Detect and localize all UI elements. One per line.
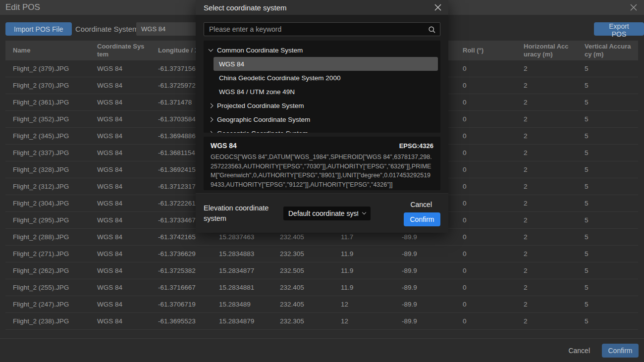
detail-epsg-code: EPSG:4326 (399, 142, 433, 150)
table-row[interactable]: Flight_2 (262).JPGWGS 84-61.372538215.28… (5, 262, 638, 279)
table-cell: -89.9 (394, 296, 455, 312)
chevron-down-icon (209, 47, 214, 52)
tree-group-common-coordinate-system[interactable]: Common Coordinate System (204, 43, 440, 57)
import-pos-file-button[interactable]: Import POS File (5, 22, 72, 36)
column-header-name: Name (5, 41, 90, 60)
table-cell: Flight_2 (345).JPG (5, 128, 90, 144)
column-header-coordinate-system: Coordinate System (90, 41, 151, 60)
table-cell: 5 (577, 229, 638, 245)
tree-group-label: Projected Coordinate System (217, 102, 304, 109)
table-cell: 5 (577, 195, 638, 211)
table-cell: -61.3706719 (151, 296, 212, 312)
table-row[interactable]: Flight_2 (247).JPGWGS 84-61.370671915.28… (5, 296, 638, 313)
table-cell: -61.3736629 (151, 246, 212, 262)
table-cell: 0 (455, 77, 516, 94)
tree-item-china-geodetic-coordinate-system-2000[interactable]: China Geodetic Coordinate System 2000 (214, 71, 438, 85)
table-cell: Flight_2 (288).JPG (5, 229, 90, 245)
cancel-button[interactable]: Cancel (568, 347, 590, 355)
modal-close-icon[interactable] (434, 4, 441, 11)
table-cell: 12 (333, 296, 394, 312)
table-cell: 15.2834879 (212, 313, 272, 329)
table-cell: 5 (577, 94, 638, 110)
table-cell: 0 (455, 262, 516, 279)
elevation-coordinate-system-select[interactable]: Default coordinate syst... (283, 207, 371, 220)
table-cell: WGS 84 (90, 279, 151, 296)
modal-footer: Elevation coordinate system Default coor… (196, 193, 448, 233)
chevron-right-icon (209, 103, 214, 108)
table-cell: 0 (455, 111, 516, 127)
table-cell: Flight_2 (271).JPG (5, 246, 90, 262)
table-cell: 15.2834883 (212, 246, 272, 262)
table-cell: 5 (577, 60, 638, 77)
table-cell: 2 (516, 296, 577, 312)
table-cell: WGS 84 (90, 145, 151, 161)
table-cell: WGS 84 (90, 60, 151, 77)
modal-confirm-button[interactable]: Confirm (404, 212, 440, 226)
tree-group-geographic-coordinate-system[interactable]: Geographic Coordinate System (204, 112, 440, 126)
search-input[interactable] (204, 23, 440, 36)
table-cell: -89.9 (394, 262, 455, 279)
table-cell: Flight_2 (304).JPG (5, 195, 90, 211)
table-cell: 5 (577, 111, 638, 127)
table-cell: 15.2834877 (212, 262, 272, 279)
table-cell: 0 (455, 145, 516, 161)
table-cell: Flight_2 (337).JPG (5, 145, 90, 161)
table-cell: 2 (516, 262, 577, 279)
tree-group-geocentric-coordinate-system[interactable]: Geocentric Coordinate System (204, 126, 440, 133)
table-cell: WGS 84 (90, 161, 151, 178)
table-cell: Flight_2 (295).JPG (5, 212, 90, 228)
table-cell: 11.9 (333, 279, 394, 296)
chevron-right-icon (209, 117, 214, 122)
table-cell: 232.405 (272, 296, 333, 312)
chevron-down-icon (362, 210, 366, 214)
tree-item-wgs-84[interactable]: WGS 84 (214, 57, 438, 71)
close-icon[interactable] (630, 4, 637, 11)
table-cell: -89.9 (394, 246, 455, 262)
table-cell: WGS 84 (90, 94, 151, 110)
modal-titlebar: Select coordinate system (196, 0, 448, 15)
tree-group-projected-coordinate-system[interactable]: Projected Coordinate System (204, 99, 440, 112)
tree-group-label: Common Coordinate System (217, 47, 303, 54)
table-cell: 2 (516, 60, 577, 77)
page-title: Edit POS (5, 2, 40, 12)
table-row[interactable]: Flight_2 (271).JPGWGS 84-61.373662915.28… (5, 246, 638, 262)
table-cell: WGS 84 (90, 212, 151, 228)
select-coordinate-system-dialog: Select coordinate system Common Coordina… (196, 0, 448, 233)
table-row[interactable]: Flight_2 (255).JPGWGS 84-61.371666715.28… (5, 279, 638, 296)
table-cell: WGS 84 (90, 128, 151, 144)
table-cell: 5 (577, 77, 638, 94)
table-cell: 11.9 (333, 246, 394, 262)
table-cell: -61.3695523 (151, 313, 212, 329)
search-icon (428, 26, 436, 34)
table-cell: Flight_2 (370).JPG (5, 77, 90, 94)
table-cell: 5 (577, 212, 638, 228)
elevation-select-value: Default coordinate syst... (288, 209, 358, 217)
table-cell: 0 (455, 246, 516, 262)
column-header-horizontal-accuracy-m: Horizontal Accuracy (m) (516, 41, 577, 60)
coordinate-system-input[interactable]: WGS 84 (136, 22, 202, 36)
modal-title: Select coordinate system (204, 3, 287, 12)
table-cell: 2 (516, 229, 577, 245)
table-row[interactable]: Flight_2 (238).JPGWGS 84-61.369552315.28… (5, 313, 638, 330)
table-cell: 2 (516, 195, 577, 211)
table-cell: 0 (455, 161, 516, 178)
table-cell: 2 (516, 161, 577, 178)
export-pos-button[interactable]: Export POS (594, 22, 644, 36)
table-cell: -61.3725382 (151, 262, 212, 279)
table-cell: WGS 84 (90, 77, 151, 94)
table-cell: 5 (577, 145, 638, 161)
table-cell: WGS 84 (90, 111, 151, 127)
tree-item-wgs-84-utm-zone-49n[interactable]: WGS 84 / UTM zone 49N (214, 85, 438, 99)
table-cell: Flight_2 (312).JPG (5, 178, 90, 195)
confirm-button[interactable]: Confirm (602, 344, 639, 358)
table-cell: 0 (455, 229, 516, 245)
table-cell: 12 (333, 313, 394, 329)
modal-cancel-button[interactable]: Cancel (410, 201, 432, 208)
table-cell: 0 (455, 195, 516, 211)
dialog-footer: Cancel Confirm (0, 338, 644, 362)
table-cell: -89.9 (394, 313, 455, 329)
table-cell: 2 (516, 178, 577, 195)
table-cell: 5 (577, 313, 638, 329)
column-header-roll: Roll (°) (455, 41, 516, 60)
table-cell: Flight_2 (247).JPG (5, 296, 90, 312)
